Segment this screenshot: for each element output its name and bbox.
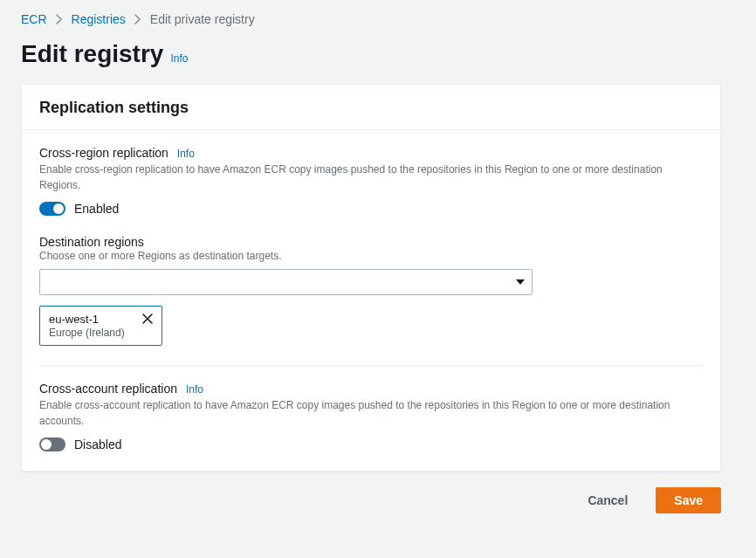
info-link-cross-account[interactable]: Info (186, 383, 203, 396)
destination-regions-field: Destination regions Choose one or more R… (39, 235, 703, 346)
cross-account-label: Cross-account replication (39, 382, 177, 396)
chevron-right-icon (134, 14, 141, 24)
caret-down-icon (516, 279, 525, 285)
cross-region-section: Cross-region replication Info Enable cro… (39, 146, 703, 346)
info-link-cross-region[interactable]: Info (177, 148, 195, 160)
form-actions: Cancel Save (21, 487, 721, 513)
cancel-button[interactable]: Cancel (570, 488, 645, 513)
breadcrumb-parent[interactable]: Registries (72, 12, 126, 26)
breadcrumb: ECR Registries Edit private registry (21, 12, 721, 26)
toggle-knob (53, 203, 64, 214)
cross-account-section: Cross-account replication Info Enable cr… (39, 365, 703, 451)
cross-region-toggle-label: Enabled (74, 202, 119, 216)
panel-title: Replication settings (39, 99, 703, 117)
close-icon[interactable] (142, 313, 153, 324)
region-token-name: Europe (Ireland) (49, 327, 125, 339)
page-title: Edit registry (21, 40, 163, 68)
region-token: eu-west-1 Europe (Ireland) (39, 306, 162, 346)
cross-region-label: Cross-region replication (39, 146, 168, 160)
toggle-knob (41, 439, 52, 450)
replication-settings-panel: Replication settings Cross-region replic… (21, 84, 721, 472)
cross-region-help: Enable cross-region replication to have … (39, 162, 685, 193)
destination-label: Destination regions (39, 235, 703, 249)
destination-help: Choose one or more Regions as destinatio… (39, 250, 703, 262)
info-link-page[interactable]: Info (170, 52, 188, 65)
breadcrumb-root[interactable]: ECR (21, 12, 47, 26)
region-token-code: eu-west-1 (49, 313, 125, 326)
chevron-right-icon (56, 14, 63, 24)
cross-account-toggle[interactable] (39, 437, 65, 451)
save-button[interactable]: Save (656, 487, 721, 513)
breadcrumb-current: Edit private registry (150, 12, 255, 26)
destination-regions-select[interactable] (39, 269, 533, 295)
panel-header: Replication settings (22, 85, 720, 130)
cross-region-toggle[interactable] (39, 202, 65, 216)
cross-account-help: Enable cross-account replication to have… (39, 397, 685, 429)
cross-account-toggle-label: Disabled (74, 437, 121, 451)
